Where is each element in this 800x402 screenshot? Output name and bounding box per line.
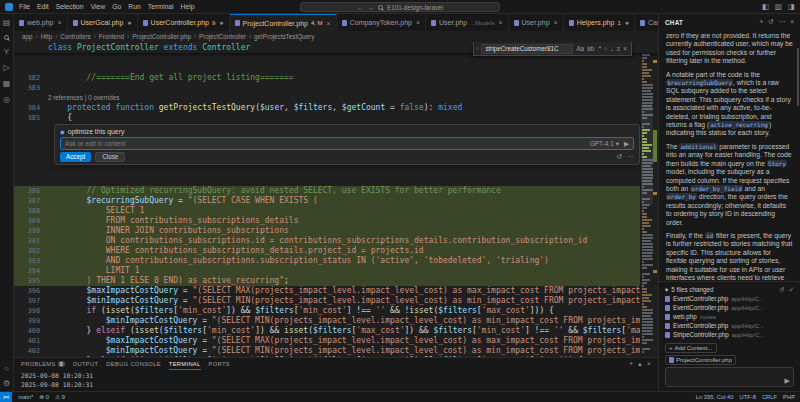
rerun-icon[interactable]: ↺ [616,152,622,162]
find-input[interactable]: stripeCreateCustomer81C [481,44,573,54]
menu-terminal[interactable]: Terminal [148,3,174,10]
panel-tab-terminal[interactable]: TERMINAL [169,358,201,370]
maximize-panel-icon[interactable]: ▴ [638,360,642,368]
code-area[interactable]: 382 //=======End get all project listing… [14,53,640,357]
changed-file-item[interactable]: EventController.phpapp/Http/C... [665,321,794,330]
nav-forward-icon[interactable]: → [367,4,374,11]
menu-help[interactable]: Help [180,3,194,10]
close-icon[interactable]: × [57,19,61,26]
whole-word-icon[interactable]: ab [587,45,594,52]
status-item[interactable]: ⚠ 9 [55,394,65,400]
tab-User.php[interactable]: User.php...Models× [426,14,508,31]
add-context-button[interactable]: +Add Context... [665,343,717,353]
breadcrumb-item[interactable]: ProjectController [199,33,246,40]
match-case-icon[interactable]: Aa [576,45,584,52]
find-expand-icon[interactable]: › [476,45,478,52]
undo-all-icon[interactable]: ↺ [779,286,784,293]
changed-file-item[interactable]: StripeController.phpapp/Http/C... [665,330,794,339]
keep-all-icon[interactable]: ✓ [789,286,794,293]
tab-CompanyToken.php[interactable]: CompanyToken.php× [337,14,426,31]
settings-icon[interactable]: ⚙ [3,380,10,388]
files-changed-header[interactable]: ▾ 5 files changed ↺ ✓ [665,284,794,294]
run-and-debug-icon[interactable]: ▷ [3,64,9,72]
breadcrumb-item[interactable]: app [22,33,33,40]
changed-file-item[interactable]: web.phproutes [665,312,794,321]
extensions-icon[interactable]: ▦ [3,80,11,88]
changed-file-item[interactable]: EventController.phpapp/Http/C... [665,294,794,303]
model-picker[interactable]: GPT-4.1 ▾ [590,139,619,149]
panel-tab-ports[interactable]: PORTS [209,358,230,370]
new-terminal-icon[interactable]: + [629,360,633,368]
panel-tab-output[interactable]: OUTPUT [73,358,99,370]
close-icon[interactable]: × [327,20,331,27]
menu-run[interactable]: Run [128,3,140,10]
chevron-down-icon[interactable]: ▾ [665,286,668,293]
menu-edit[interactable]: Edit [37,3,49,10]
status-item[interactable]: UTF-8 [740,394,756,400]
send-icon[interactable]: ▶ [624,139,629,149]
codelens-references[interactable]: 2 references | 0 overrides [48,94,119,101]
search-icon[interactable] [4,35,9,40]
status-item[interactable]: CRLF [762,394,777,400]
toggle-panel-icon[interactable]: ◧ [762,2,769,11]
chat-input[interactable]: ▶ [665,367,794,387]
tab-UserController.php[interactable]: UserController.php9● [138,14,230,31]
minimap[interactable] [641,42,653,357]
copilot-chat-icon[interactable]: ◎ [3,96,10,104]
close-icon[interactable]: × [790,18,794,26]
status-item[interactable]: Ln 395, Col 40 [696,394,734,400]
close-icon[interactable]: × [498,19,502,26]
breadcrumb-item[interactable]: ProjectController.php [132,33,191,40]
tab-web.php[interactable]: web.php× [14,14,68,31]
find-in-selection-icon[interactable]: ≡ [617,45,621,52]
tab-CartController.php[interactable]: CartController.php× [635,14,658,31]
modified-dot-icon[interactable]: ● [219,19,223,26]
history-icon[interactable]: ↺ [768,18,773,26]
more-icon[interactable]: ⋯ [627,152,634,162]
more-icon[interactable]: ⋯ [779,18,786,26]
tab-ProjectController.php[interactable]: ProjectController.php4, M× [230,14,337,31]
panel-tab-debug-console[interactable]: DEBUG CONSOLE [106,358,160,370]
menu-view[interactable]: View [91,3,106,10]
terminal-output[interactable]: 2025-09-08 10:20:312025-09-08 10:20:31 [14,370,658,391]
status-item[interactable]: PHP [783,394,795,400]
workspace-search-label[interactable]: E101-design-laravel [387,4,443,11]
status-item[interactable]: main* [18,394,33,400]
status-item[interactable]: ⊗ 0 [39,394,49,400]
accept-button[interactable]: Accept [60,152,91,162]
menu-selection[interactable]: Selection [56,3,84,10]
toggle-secondary-sidebar-icon[interactable]: ◨ [788,2,795,11]
editor[interactable]: class ProjectController extends Controll… [14,42,658,357]
attached-file-chip[interactable]: ProjectController.php [665,355,736,365]
panel-tab-problems[interactable]: PROBLEMS9 [21,358,65,370]
send-icon[interactable]: ▶ [785,377,790,385]
breadcrumb-item[interactable]: getProjectsTestQuery [254,33,314,40]
breadcrumb-item[interactable]: Controllers [60,33,90,40]
tab-UserGcal.php[interactable]: UserGcal.php● [68,14,138,31]
close-icon[interactable]: × [416,19,420,26]
inline-chat-input[interactable]: Ask or edit in context GPT-4.1 ▾ ▶ [60,137,634,150]
close-button[interactable]: Close [95,152,125,162]
remote-indicator[interactable]: >< [0,392,12,402]
toggle-bottom-panel-icon[interactable]: ▥ [775,2,782,11]
close-panel-icon[interactable]: × [647,360,651,368]
breadcrumb-item[interactable]: Frontend [99,33,124,40]
breadcrumb-item[interactable]: Http [41,33,53,40]
next-match-icon[interactable]: ↓ [610,45,613,52]
new-chat-icon[interactable]: + [759,18,763,26]
close-icon[interactable]: × [623,45,627,52]
tab-User.php[interactable]: User.php× [509,14,564,31]
tab-Helpers.php[interactable]: Helpers.php1● [564,14,635,31]
regex-icon[interactable]: .* [597,45,601,52]
modified-dot-icon[interactable]: ● [625,19,629,26]
menu-go[interactable]: Go [112,3,121,10]
close-icon[interactable]: × [554,19,558,26]
prev-match-icon[interactable]: ↑ [604,45,607,52]
explorer-icon[interactable]: ▤ [3,19,11,27]
menu-file[interactable]: File [19,3,30,10]
changed-file-item[interactable]: EventController.phpapp/Http/C... [665,303,794,312]
command-center[interactable]: ← → E101-design-laravel [300,2,500,12]
source-control-icon[interactable]: Y [4,48,9,56]
modified-dot-icon[interactable]: ● [127,19,131,26]
accounts-icon[interactable]: ○ [4,365,9,373]
